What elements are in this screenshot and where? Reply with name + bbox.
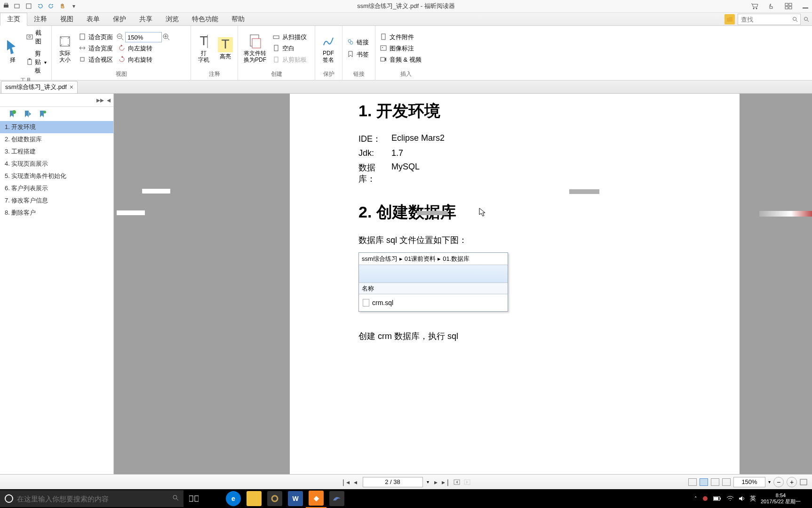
page-dropdown-icon[interactable]: ▾ (427, 479, 429, 484)
view-facing-continuous-icon[interactable] (722, 478, 731, 486)
find-box[interactable] (738, 14, 801, 25)
expand-bookmark-icon[interactable] (24, 110, 31, 118)
tab-view[interactable]: 视图 (54, 13, 80, 25)
hand-tool-icon[interactable] (58, 2, 67, 10)
zoom-out-button[interactable]: − (773, 477, 784, 487)
zoom-in-button[interactable]: + (787, 477, 797, 487)
prev-page-icon[interactable]: ◂ (352, 479, 359, 485)
clipboard-tool[interactable]: 剪贴板▾ (24, 48, 48, 76)
tray-wifi-icon[interactable] (726, 496, 734, 501)
cart-icon[interactable] (750, 2, 759, 10)
panel-expand-icon[interactable]: ▸▸ (96, 96, 104, 105)
view-single-icon[interactable] (688, 478, 697, 486)
highlight-tool[interactable]: T 高亮 (215, 36, 235, 61)
app-word[interactable]: W (285, 489, 306, 508)
tab-share[interactable]: 共享 (133, 13, 159, 25)
select-tool[interactable]: 择 (3, 40, 23, 64)
bookmark-item[interactable]: 8. 删除客户 (0, 207, 113, 219)
blank-page-button[interactable]: 空白 (271, 43, 309, 54)
nav-back-icon[interactable] (454, 479, 460, 485)
image-annotation-button[interactable]: 图像标注 (378, 43, 423, 54)
system-clock[interactable]: 8:54 2017/5/22 星期一 (761, 492, 801, 505)
find-input[interactable] (738, 16, 790, 23)
zoom-in-icon[interactable] (163, 33, 170, 41)
file-attachment-button[interactable]: 文件附件 (378, 32, 423, 42)
typewriter-tool[interactable]: T 打 字机 (194, 33, 214, 65)
minimize-icon[interactable] (801, 2, 810, 10)
close-tab-icon[interactable]: × (70, 83, 73, 91)
app-file-explorer[interactable] (244, 489, 264, 508)
document-viewport[interactable]: 1. 开发环境 IDE：Eclipse Mars2 Jdk:1.7 数据库：My… (114, 94, 812, 474)
fit-visible-button[interactable]: 适合视区 (77, 55, 115, 65)
qa-dropdown-icon[interactable]: ▾ (70, 2, 78, 10)
zoom-display[interactable]: 150% (733, 477, 765, 487)
add-bookmark-icon[interactable] (8, 110, 16, 118)
view-continuous-icon[interactable] (700, 478, 708, 486)
audio-video-button[interactable]: 音频 & 视频 (378, 55, 423, 65)
tab-help[interactable]: 帮助 (225, 13, 251, 25)
tab-home[interactable]: 主页 (0, 13, 27, 26)
find-options-icon[interactable] (804, 16, 809, 22)
bookmark-item[interactable]: 6. 客户列表展示 (0, 182, 113, 194)
view-facing-icon[interactable] (711, 478, 719, 486)
bookmark-item[interactable]: 7. 修改客户信息 (0, 194, 113, 207)
app-edge[interactable]: e (223, 489, 244, 508)
actual-size-button[interactable]: 实际 大小 (55, 33, 75, 65)
touch-icon[interactable] (767, 2, 776, 10)
link-button[interactable]: 链接 (345, 37, 371, 48)
tray-chevron-icon[interactable]: ˄ (694, 496, 697, 502)
find-search-icon[interactable] (790, 14, 800, 24)
collapse-bookmark-icon[interactable] (39, 110, 46, 118)
tab-form[interactable]: 表单 (80, 13, 106, 25)
last-page-icon[interactable]: ▸❘ (443, 479, 450, 485)
panel-collapse-icon[interactable]: ◂ (107, 96, 111, 105)
next-page-icon[interactable]: ▸ (433, 479, 439, 485)
open-folder-icon[interactable] (724, 14, 735, 24)
app-gear[interactable] (264, 489, 285, 508)
taskbar-search[interactable] (0, 490, 183, 507)
task-view-icon[interactable] (183, 489, 204, 508)
ime-indicator[interactable]: 英 (750, 494, 756, 503)
fit-page-button[interactable]: 适合页面 (77, 32, 115, 42)
bookmark-item[interactable]: 4. 实现页面展示 (0, 158, 113, 170)
save-icon[interactable] (24, 2, 33, 10)
open-icon[interactable] (13, 2, 22, 10)
from-scanner-button[interactable]: 从扫描仪 (271, 32, 309, 42)
app-foxit[interactable]: ◆ (306, 489, 326, 508)
fit-width-button[interactable]: 适合宽度 (77, 43, 115, 54)
cortana-icon[interactable] (5, 494, 13, 503)
bookmark-item[interactable]: 1. 开发环境 (0, 121, 113, 133)
tray-battery-icon[interactable] (713, 496, 722, 501)
bookmark-item[interactable]: 2. 创建数据库 (0, 133, 113, 145)
document-tab[interactable]: ssm综合练习_讲义.pdf × (1, 81, 78, 93)
rotate-left-button[interactable]: 向左旋转 (117, 43, 170, 54)
rotate-right-button[interactable]: 向右旋转 (117, 55, 170, 65)
tray-volume-icon[interactable] (739, 495, 745, 502)
tab-browse[interactable]: 浏览 (159, 13, 185, 25)
tab-feature[interactable]: 特色功能 (185, 13, 225, 25)
zoom-out-icon[interactable] (117, 33, 124, 41)
fullscreen-icon[interactable] (800, 479, 807, 485)
tray-app-icon[interactable] (702, 495, 709, 502)
pdf-sign-button[interactable]: PDF 签名 (318, 33, 339, 65)
zoom-input[interactable] (125, 32, 162, 42)
print-icon[interactable] (2, 2, 10, 10)
zoom-dropdown-icon[interactable]: ▾ (768, 479, 771, 484)
convert-to-pdf-button[interactable]: 将文件转 换为PDF (241, 33, 269, 65)
taskbar-search-input[interactable] (17, 495, 168, 503)
bookmark-item[interactable]: 5. 实现查询条件初始化 (0, 170, 113, 182)
redo-icon[interactable] (47, 2, 56, 10)
tab-protect[interactable]: 保护 (106, 13, 133, 25)
first-page-icon[interactable]: ❘◂ (342, 479, 349, 485)
svg-line-12 (796, 20, 797, 22)
ribbon-toggle-icon[interactable] (784, 2, 793, 10)
search-mic-icon[interactable] (172, 494, 179, 503)
screenshot-tool[interactable]: 截图 (24, 28, 48, 47)
page-number-input[interactable] (363, 477, 423, 487)
bookmark-button[interactable]: 书签 (345, 49, 371, 60)
undo-icon[interactable] (36, 2, 44, 10)
tab-comment[interactable]: 注释 (27, 13, 54, 25)
ribbon-tabs: 主页 注释 视图 表单 保护 共享 浏览 特色功能 帮助 (0, 13, 812, 26)
app-dolphin[interactable] (326, 489, 347, 508)
bookmark-item[interactable]: 3. 工程搭建 (0, 145, 113, 158)
